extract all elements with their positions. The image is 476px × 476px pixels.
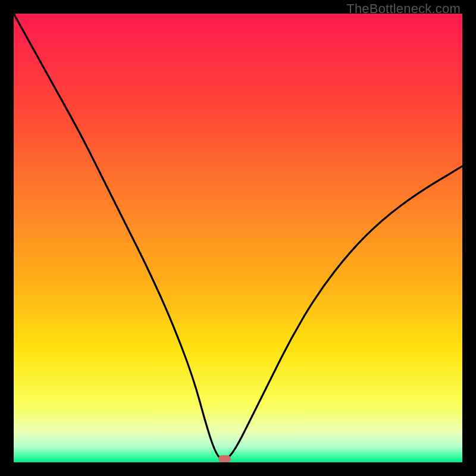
optimum-point-marker: [218, 455, 231, 462]
chart-frame: [14, 14, 462, 462]
watermark-text: TheBottleneck.com: [346, 1, 461, 17]
bottleneck-chart: [14, 14, 462, 462]
gradient-background: [14, 14, 462, 462]
